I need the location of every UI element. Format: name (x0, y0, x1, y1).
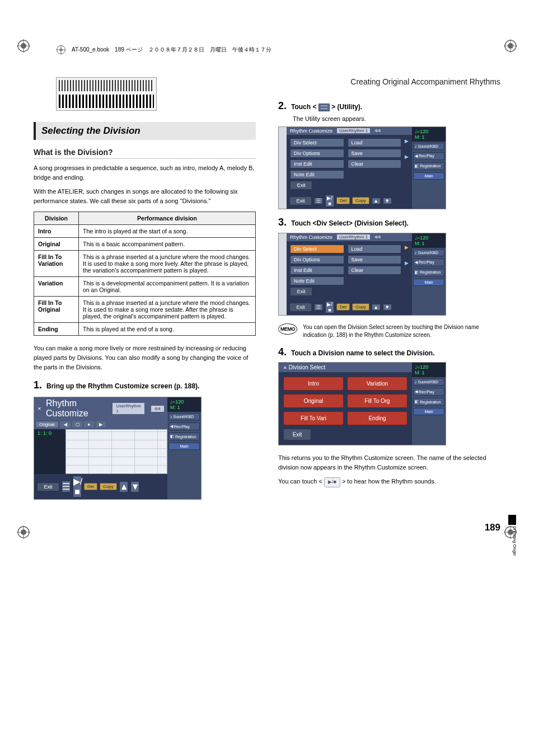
play-stop-icon: ▶/■ (324, 477, 340, 487)
svg-point-1 (21, 43, 26, 49)
division-table: Division Performance division IntroThe i… (34, 212, 256, 336)
step-number: 1. (34, 380, 42, 390)
table-header: Division (34, 212, 79, 225)
step-sub: The Utility screen appears. (293, 115, 500, 122)
chapter-title: Creating Original Accompaniment Rhythms (278, 77, 500, 86)
step-number: 2. (278, 101, 287, 111)
step-text: Touch a Division name to select the Divi… (291, 347, 435, 358)
table-row: Fill In To OriginalThis is a phrase inse… (34, 297, 256, 323)
table-row: EndingThis is played at the end of a son… (34, 323, 256, 336)
section-header: Selecting the Division (34, 122, 256, 140)
paragraph: You can make a song more lively or more … (34, 344, 256, 372)
step-text: Bring up the Rhythm Customize screen (p.… (46, 380, 199, 391)
panel-illustration (56, 77, 157, 111)
paragraph: You can touch < ▶/■ > to hear how the Rh… (278, 477, 500, 487)
screenshot-rhythm-customize: ✕ Rhythm Customize UserRhythm 1 4/4 Orig… (34, 397, 202, 500)
step-2: 2. Touch < > (Utility). (278, 101, 500, 112)
book-register-icon (56, 45, 66, 55)
paragraph: A song progresses in predictable a seque… (34, 163, 256, 182)
crop-mark-icon (17, 39, 30, 53)
screenshot-division-select: ✕ Division Select Intro Variation Origin… (278, 362, 446, 445)
step-text: Touch < > (Utility). (291, 101, 362, 112)
step-3: 3. Touch <Div Select> (Division Select). (278, 217, 500, 228)
page-number: 189 (485, 522, 500, 533)
memo-text: You can open the Division Select screen … (303, 323, 500, 339)
crop-mark-icon (504, 525, 517, 539)
table-row: Fill In To VariationThis is a phrase ins… (34, 251, 256, 277)
svg-point-3 (508, 43, 513, 49)
screenshot-utility-divselect: Rhythm CustomizeUserRhythm 14/4 Div Sele… (278, 233, 446, 316)
step-number: 3. (278, 217, 287, 227)
table-row: OriginalThis is a basic accompaniment pa… (34, 238, 256, 251)
page-tab (508, 515, 516, 525)
crop-mark-icon (17, 525, 30, 539)
paragraph: With the ATELIER, such changes in songs … (34, 187, 256, 206)
svg-point-9 (508, 529, 513, 535)
table-header: Performance division (79, 212, 256, 225)
crop-mark-icon (504, 39, 517, 53)
utility-icon (318, 104, 330, 111)
paragraph: This returns you to the Rhythm Customize… (278, 453, 500, 472)
step-text: Touch <Div Select> (Division Select). (291, 217, 409, 228)
step-1: 1. Bring up the Rhythm Customize screen … (34, 380, 256, 391)
step-4: 4. Touch a Division name to select the D… (278, 347, 500, 358)
svg-point-7 (21, 529, 26, 535)
print-header: AT-500_e.book 189 ページ ２００８年７月２８日 月曜日 午後４… (34, 45, 500, 55)
header-text: AT-500_e.book 189 ページ ２００８年７月２８日 月曜日 午後４… (72, 46, 271, 54)
step-number: 4. (278, 347, 287, 357)
memo-note: MEMO You can open the Division Select sc… (278, 323, 500, 339)
table-row: IntroThe intro is played at the start of… (34, 225, 256, 238)
table-row: VariationThis is a developmental accompa… (34, 277, 256, 297)
subheading: What is the Division? (34, 148, 256, 159)
memo-icon: MEMO (278, 323, 297, 335)
screenshot-utility: Rhythm CustomizeUserRhythm 14/4 Div Sele… (278, 126, 446, 209)
